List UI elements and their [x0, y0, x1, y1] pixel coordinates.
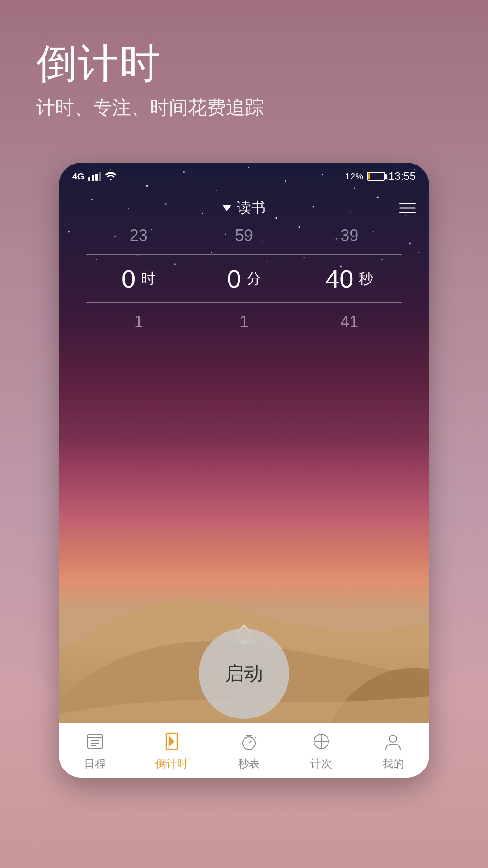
- dropdown-arrow-icon: [222, 205, 231, 211]
- picker-seconds[interactable]: 40 秒: [309, 264, 390, 293]
- app-header: 读书: [59, 190, 429, 226]
- time-picker[interactable]: 23 59 39 0 时 0 分 40 秒 1 1: [59, 226, 429, 353]
- status-bar: 4G 12% 13:55: [59, 163, 429, 190]
- picker-above-seconds: 39: [309, 226, 390, 245]
- menu-button[interactable]: [399, 203, 416, 213]
- page-title: 倒计时: [36, 36, 161, 91]
- header-title[interactable]: 读书: [222, 198, 266, 218]
- picker-above-minutes: 59: [203, 226, 285, 245]
- status-left: 4G: [72, 171, 117, 182]
- picker-row-above: 23 59 39: [59, 226, 429, 245]
- menu-line-2: [399, 208, 416, 209]
- battery-icon: [367, 172, 385, 181]
- picker-divider-bottom: [86, 302, 402, 303]
- bottom-nav: 日程 倒计时: [59, 723, 429, 778]
- nav-item-countdown[interactable]: 倒计时: [155, 730, 188, 771]
- svg-line-52: [255, 737, 256, 738]
- picker-row-below: 1 1 41: [59, 312, 429, 331]
- signal-bars: [88, 172, 101, 181]
- picker-row-main: 0 时 0 分 40 秒: [59, 255, 429, 302]
- menu-line-3: [399, 212, 416, 213]
- battery-percent: 12%: [345, 171, 363, 182]
- schedule-icon: [84, 730, 106, 753]
- nav-item-mine[interactable]: 我的: [382, 730, 404, 771]
- picker-hours-unit: 时: [141, 269, 155, 289]
- svg-rect-40: [88, 734, 102, 749]
- countdown-icon: [160, 730, 183, 753]
- menu-line-1: [399, 203, 416, 204]
- nav-item-counter[interactable]: 计次: [310, 730, 333, 771]
- nav-label-schedule: 日程: [84, 756, 106, 771]
- mine-icon: [382, 730, 404, 753]
- svg-marker-47: [169, 736, 174, 747]
- page-subtitle: 计时、专注、时间花费追踪: [36, 95, 264, 120]
- counter-icon: [310, 730, 333, 753]
- picker-seconds-value: 40: [325, 264, 353, 293]
- nav-item-stopwatch[interactable]: 秒表: [238, 730, 260, 771]
- picker-minutes-value: 0: [227, 264, 241, 293]
- nav-label-mine: 我的: [382, 756, 404, 771]
- wifi-icon: [105, 172, 117, 181]
- picker-seconds-unit: 秒: [359, 269, 373, 289]
- picker-hours-value: 0: [122, 264, 136, 293]
- nav-label-stopwatch: 秒表: [238, 756, 260, 771]
- picker-below-minutes: 1: [203, 312, 285, 331]
- nav-label-countdown: 倒计时: [155, 756, 188, 771]
- phone-mockup: 4G 12% 13:55 读书: [59, 163, 429, 778]
- picker-below-hours: 1: [98, 312, 179, 331]
- svg-line-51: [249, 741, 252, 743]
- picker-minutes-unit: 分: [247, 269, 261, 289]
- clock-time: 13:55: [389, 170, 416, 183]
- nav-item-schedule[interactable]: 日程: [84, 730, 106, 771]
- svg-point-56: [389, 735, 397, 742]
- picker-below-seconds: 41: [309, 312, 390, 331]
- category-label: 读书: [237, 198, 266, 218]
- picker-minutes[interactable]: 0 分: [203, 264, 285, 293]
- status-right: 12% 13:55: [345, 170, 416, 183]
- nav-label-counter: 计次: [310, 756, 332, 771]
- start-label: 启动: [225, 661, 263, 686]
- network-label: 4G: [72, 171, 84, 182]
- start-button[interactable]: 启动: [199, 628, 289, 719]
- picker-above-hours: 23: [98, 226, 179, 245]
- stopwatch-icon: [238, 730, 260, 753]
- picker-hours[interactable]: 0 时: [98, 264, 179, 293]
